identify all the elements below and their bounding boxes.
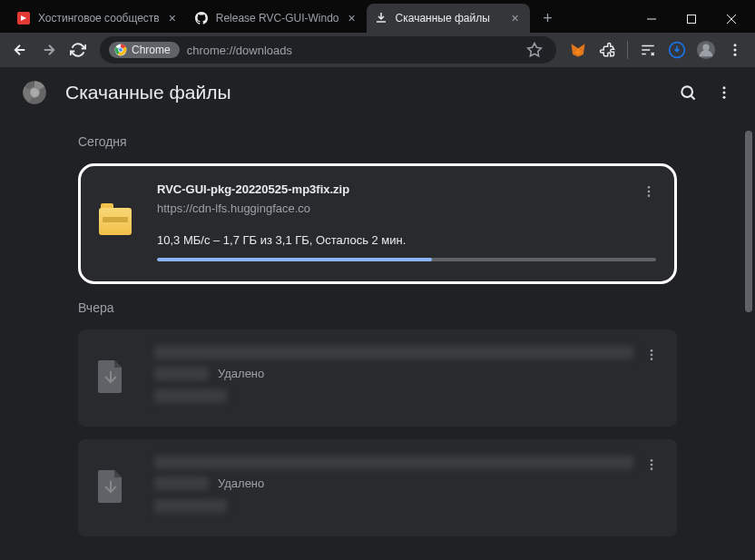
svg-point-28 [651, 354, 653, 357]
svg-point-22 [723, 92, 726, 94]
download-info-deleted-2: Удалено [154, 456, 659, 520]
svg-point-31 [651, 464, 653, 467]
search-button[interactable] [679, 84, 697, 102]
music-extension-icon[interactable] [635, 37, 661, 63]
deleted-label-1: Удалено [218, 367, 264, 380]
download-info-deleted-1: Удалено [154, 346, 659, 410]
extensions-button[interactable] [594, 37, 620, 63]
download-card-menu-2[interactable] [641, 454, 662, 476]
tab-title-3: Скачанные файлы [396, 12, 503, 25]
chrome-logo-icon [22, 80, 47, 105]
svg-point-23 [723, 96, 726, 99]
download-progress-fill [157, 258, 432, 261]
svg-point-27 [651, 349, 653, 352]
tabs-area: Хостинговое сообществ × Release RVC-GUI-… [0, 0, 632, 33]
svg-marker-9 [528, 44, 542, 56]
new-tab-button[interactable]: + [535, 5, 561, 31]
blurred-text [154, 367, 209, 380]
download-card-deleted-1: Удалено [78, 329, 677, 427]
svg-point-19 [681, 86, 692, 97]
svg-point-26 [648, 194, 651, 197]
blurred-text-2 [154, 476, 209, 490]
bookmark-star-icon[interactable] [522, 37, 547, 63]
omnibox[interactable]: Chrome chrome://downloads [100, 36, 556, 64]
tab-title-2: Release RVC-GUI-Windo [216, 12, 339, 25]
browser-toolbar: Chrome chrome://downloads [0, 33, 755, 67]
svg-line-20 [691, 96, 695, 100]
close-window-button[interactable] [711, 5, 751, 33]
svg-point-25 [648, 191, 651, 193]
svg-point-18 [30, 88, 38, 96]
download-indicator-icon[interactable] [664, 37, 690, 63]
download-card-menu[interactable] [638, 181, 660, 202]
tab-title-1: Хостинговое сообществ [38, 12, 160, 25]
omnibox-url: chrome://downloads [187, 44, 292, 57]
svg-point-30 [651, 459, 653, 462]
download-card-active: RVC-GUI-pkg-20220525-mp3fix.zip https://… [78, 163, 677, 284]
deleted-label-2: Удалено [218, 476, 264, 490]
svg-point-24 [648, 186, 651, 189]
download-progress-bar [157, 258, 656, 261]
svg-rect-2 [688, 15, 696, 24]
blurred-url-2 [154, 499, 227, 513]
window-controls [632, 5, 755, 33]
download-status: 10,3 МБ/с – 1,7 ГБ из 3,1 ГБ, Осталось 2… [157, 233, 656, 247]
browser-menu-button[interactable] [722, 37, 748, 63]
blurred-filename-2 [154, 456, 633, 469]
maximize-button[interactable] [672, 5, 711, 33]
download-card-deleted-2: Удалено [78, 439, 677, 536]
svg-point-13 [734, 44, 737, 46]
chrome-chip: Chrome [109, 42, 180, 58]
tab-1[interactable]: Хостинговое сообществ × [9, 4, 187, 33]
page-title: Скачанные файлы [65, 82, 231, 103]
header-actions [679, 84, 733, 102]
zip-file-icon [99, 208, 132, 241]
svg-point-14 [734, 49, 737, 52]
toolbar-divider [627, 41, 628, 59]
svg-point-12 [702, 44, 709, 51]
deleted-file-icon-2 [96, 468, 129, 501]
deleted-file-icon [96, 359, 129, 391]
page-content: Скачанные файлы Сегодня RVC-GUI-pkg-2022… [0, 67, 755, 560]
downloads-body: Сегодня RVC-GUI-pkg-20220525-mp3fix.zip … [0, 118, 755, 556]
page-header: Скачанные файлы [0, 67, 755, 118]
page-scrollbar[interactable] [745, 131, 752, 312]
svg-point-32 [651, 467, 653, 470]
blurred-filename [154, 346, 633, 359]
tab-favicon-1 [16, 11, 31, 25]
minimize-button[interactable] [632, 5, 672, 33]
svg-point-15 [734, 54, 737, 56]
back-button[interactable] [7, 37, 33, 63]
svg-point-21 [723, 86, 726, 89]
download-url[interactable]: https://cdn-lfs.huggingface.co [157, 201, 656, 215]
svg-point-29 [651, 358, 653, 360]
tab-close-3[interactable]: × [508, 11, 523, 25]
github-icon [194, 11, 209, 25]
blurred-url [154, 389, 227, 403]
forward-button[interactable] [36, 37, 62, 63]
download-icon [374, 11, 388, 25]
tab-2[interactable]: Release RVC-GUI-Windo × [187, 4, 367, 33]
download-info: RVC-GUI-pkg-20220525-mp3fix.zip https://… [157, 182, 656, 265]
tab-close-2[interactable]: × [345, 11, 359, 25]
metamask-extension-icon[interactable] [565, 37, 591, 63]
download-filename[interactable]: RVC-GUI-pkg-20220525-mp3fix.zip [157, 182, 656, 196]
profile-avatar[interactable] [693, 37, 719, 63]
tab-3-active[interactable]: Скачанные файлы × [367, 4, 530, 33]
date-group-yesterday: Вчера [78, 300, 677, 315]
window-titlebar: Хостинговое сообществ × Release RVC-GUI-… [0, 0, 755, 33]
page-menu-button[interactable] [715, 84, 733, 102]
date-group-today: Сегодня [78, 134, 677, 149]
download-card-menu-1[interactable] [641, 344, 662, 366]
chrome-chip-label: Chrome [132, 44, 171, 56]
reload-button[interactable] [65, 37, 91, 63]
tab-close-1[interactable]: × [165, 11, 180, 25]
